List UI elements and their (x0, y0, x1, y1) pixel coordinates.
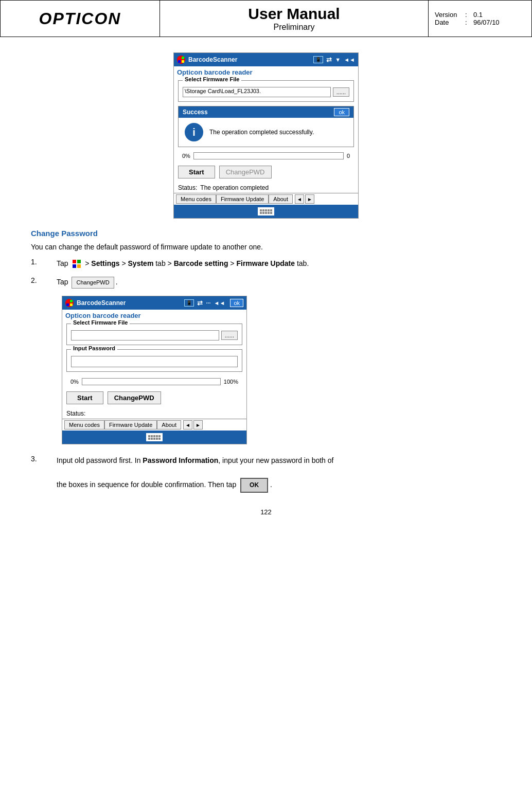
step2-num: 2. (31, 276, 46, 284)
tab-nav-1: ◄ ► (295, 194, 314, 204)
firmware-browse-btn-2[interactable]: ...... (221, 331, 238, 340)
screenshot-2: BarcodeScanner 📱 ⇄ ··· ◄◄ ok Opticon bar… (62, 296, 247, 444)
success-message: The operation completed successfully. (209, 129, 314, 136)
password-input-row (71, 356, 238, 367)
date-row: Date : 96/07/10 (435, 19, 525, 26)
keyboard-dots-2 (148, 435, 161, 440)
firmware-path-input-1[interactable]: \Storage Card\Load_FL23J03. (183, 87, 331, 97)
step1-content: Tap > Settings > System tab > Barcode se… (57, 258, 501, 269)
list-item-2: 2. Tap ChangePWD. (31, 276, 501, 289)
progress-start-2: 0% (70, 379, 79, 385)
keyboard-bar-1 (174, 205, 358, 218)
version-label: Version (435, 11, 463, 19)
taskbar-icon-volume-2: ◄◄ (214, 300, 225, 306)
firmware-browse-btn-1[interactable]: ...... (333, 87, 349, 97)
taskbar-icons-1: 📱 ⇄ ▼ ◄◄ (313, 56, 355, 64)
taskbar-icon-arrows-2: ⇄ (197, 299, 203, 307)
tab-nav-next-2[interactable]: ► (193, 420, 203, 429)
tab-nav-2: ◄ ► (183, 420, 203, 429)
step1-settings: Settings (91, 259, 119, 267)
taskbar-icon-signal: ▼ (335, 57, 341, 63)
firmware-group-1: Select Firmware File \Storage Card\Load_… (178, 80, 354, 102)
progress-end-1: 0 (347, 153, 350, 159)
firmware-input-row-1: \Storage Card\Load_FL23J03. ...... (183, 87, 349, 97)
tab-about-2[interactable]: About (157, 420, 181, 429)
keyboard-icon-1 (258, 207, 274, 216)
tab-about-1[interactable]: About (269, 194, 293, 204)
tab-nav-prev-1[interactable]: ◄ (295, 194, 304, 204)
taskbar-icon-phone: 📱 (313, 56, 323, 63)
section-change-password: Change Password (31, 229, 501, 238)
btn-row-2: Start ChangePWD (62, 389, 246, 408)
firmware-group-2: Select Firmware File ...... (66, 324, 242, 345)
tab-firmware-update-1[interactable]: Firmware Update (216, 194, 269, 204)
status-label-2: Status: (66, 410, 85, 417)
date-value: 96/07/10 (473, 19, 500, 26)
step1-num: 1. (31, 258, 46, 266)
page-header: OPTICON User Manual Preliminary Version … (0, 0, 532, 37)
keyboard-bar-2 (62, 431, 246, 444)
start-btn-1[interactable]: Start (178, 166, 215, 178)
taskbar-1: BarcodeScanner 📱 ⇄ ▼ ◄◄ (174, 53, 358, 66)
tab-bar-2: Menu codes Firmware Update About ◄ ► (62, 419, 246, 431)
status-value-1: The operation completed (200, 184, 269, 191)
windows-logo (177, 56, 185, 64)
keyboard-dots-1 (260, 209, 272, 214)
status-label-1: Status: (178, 184, 197, 191)
tab-firmware-update-2[interactable]: Firmware Update (104, 420, 157, 429)
status-row-2: Status: (62, 408, 246, 419)
windows-icon-step1 (72, 259, 81, 268)
changepwd-inline-btn: ChangePWD (72, 277, 114, 289)
section-para1: You can change the default password of f… (31, 242, 501, 253)
taskbar-icon-dots-2: ··· (206, 300, 210, 306)
success-body: i The operation completed successfully. (179, 118, 353, 147)
version-colon: : (465, 11, 471, 19)
tab-bar-1: Menu codes Firmware Update About ◄ ► (174, 193, 358, 205)
taskbar-2: BarcodeScanner 📱 ⇄ ··· ◄◄ ok (62, 296, 246, 310)
tab-nav-next-1[interactable]: ► (305, 194, 314, 204)
tab-menu-codes-1[interactable]: Menu codes (176, 194, 216, 204)
step1-firmware: Firmware Update (236, 259, 295, 267)
svg-rect-6 (73, 264, 76, 268)
password-input[interactable] (71, 356, 238, 367)
password-group: Input Password (66, 349, 242, 372)
progress-row-2: 0% 100% (66, 376, 242, 387)
success-title: Success (183, 109, 208, 116)
document-meta: Version : 0.1 Date : 96/07/10 (429, 1, 531, 37)
firmware-input-row-2: ...... (71, 330, 238, 340)
svg-rect-4 (73, 260, 76, 263)
info-icon: i (185, 123, 203, 141)
title-main: User Manual (248, 5, 340, 23)
tab-menu-codes-2[interactable]: Menu codes (64, 420, 104, 429)
btn-row-1: Start ChangePWD (174, 164, 358, 183)
success-title-bar: Success ok (179, 106, 353, 118)
success-ok-btn[interactable]: ok (334, 108, 349, 116)
tab-nav-prev-2[interactable]: ◄ (183, 420, 192, 429)
progress-bar-1 (193, 152, 344, 159)
version-row: Version : 0.1 (435, 11, 525, 19)
changepwd-btn-2[interactable]: ChangePWD (108, 391, 161, 404)
taskbar-icons-2: 📱 ⇄ ··· ◄◄ ok (184, 299, 243, 307)
document-title: User Manual Preliminary (160, 1, 429, 37)
progress-bar-2 (82, 378, 221, 385)
taskbar-title-1: BarcodeScanner (188, 56, 237, 63)
list-item-3: 3. Input old password first. In Password… (31, 455, 501, 493)
taskbar-icon-arrows: ⇄ (326, 56, 332, 64)
taskbar-title-2: BarcodeScanner (77, 299, 126, 307)
firmware-path-input-2[interactable] (71, 330, 219, 340)
step1-system: System (128, 259, 154, 267)
firmware-legend-1: Select Firmware File (183, 76, 241, 82)
version-value: 0.1 (473, 11, 483, 19)
windows-logo-2 (65, 299, 74, 307)
title-sub: Preliminary (273, 23, 314, 32)
progress-end-2: 100% (224, 379, 238, 385)
start-btn-2[interactable]: Start (66, 391, 103, 404)
keyboard-icon-2 (146, 433, 163, 441)
svg-rect-3 (182, 60, 184, 63)
svg-rect-8 (66, 300, 69, 302)
date-colon: : (465, 19, 471, 26)
page-number: 122 (31, 508, 501, 516)
taskbar-icon-phone-2: 📱 (184, 299, 194, 307)
taskbar-ok-btn-2[interactable]: ok (230, 299, 243, 307)
changepwd-btn-1[interactable]: ChangePWD (219, 166, 272, 178)
